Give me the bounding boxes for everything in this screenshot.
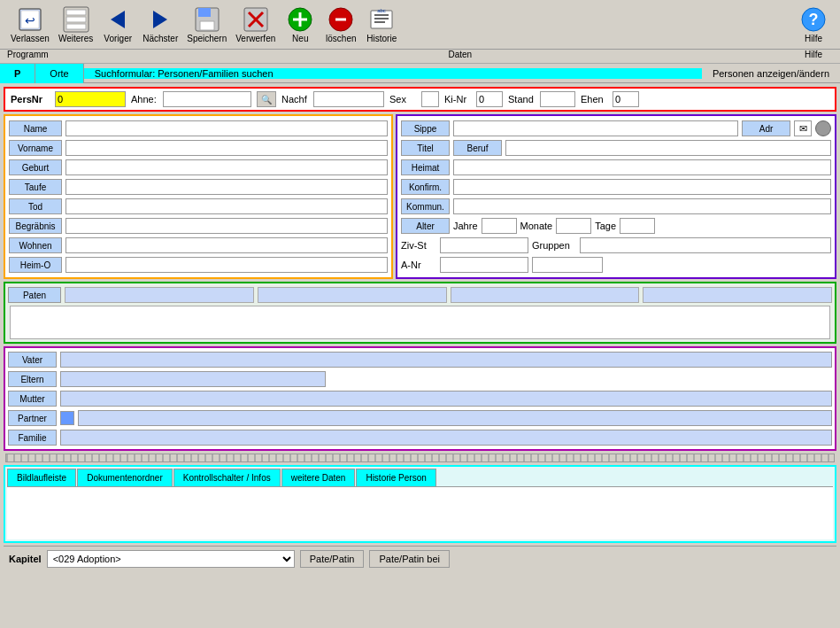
beruf-input[interactable] — [505, 140, 831, 156]
nachf-label: Nachf — [281, 94, 308, 105]
jahre-input[interactable] — [482, 218, 517, 234]
weiteres-icon — [62, 5, 90, 34]
speichern-button[interactable]: Speichern — [183, 4, 230, 45]
nav-tab-p[interactable]: P — [0, 64, 35, 83]
pate-bei-button[interactable]: Pate/Patin bei — [369, 550, 450, 568]
tab-historie-person[interactable]: Historie Person — [356, 469, 435, 486]
verwerfen-icon — [242, 5, 270, 34]
anr-input1[interactable] — [440, 257, 528, 273]
tab-bildlaufleiste[interactable]: Bildlaufleiste — [7, 469, 76, 486]
envelope-icon: ✉ — [794, 120, 812, 136]
kommun-input[interactable] — [453, 198, 831, 214]
alter-button[interactable]: Alter — [401, 218, 450, 234]
paten-field2 — [258, 287, 447, 303]
pate-button[interactable]: Pate/Patin — [300, 550, 365, 568]
neu-button[interactable]: Neu — [281, 4, 320, 45]
loschen-label: löschen — [326, 34, 356, 43]
mutter-button[interactable]: Mutter — [8, 391, 57, 407]
tab-dokumentenordner[interactable]: Dokumentenordner — [77, 469, 173, 486]
partner-button[interactable]: Partner — [8, 410, 57, 426]
stand-input[interactable] — [540, 91, 575, 107]
nachf-input[interactable] — [313, 91, 384, 107]
sex-input[interactable] — [421, 91, 439, 107]
hilfe-button[interactable]: ? Hilfe — [794, 4, 833, 45]
speichern-icon — [193, 5, 221, 34]
heim-button[interactable]: Heim-O — [9, 257, 62, 273]
tage-label: Tage — [595, 221, 616, 231]
persnr-input[interactable] — [55, 91, 126, 107]
paten-area — [10, 306, 830, 339]
voriger-button[interactable]: Voriger — [98, 4, 137, 45]
svg-marker-8 — [153, 11, 167, 28]
nav-tab-orte[interactable]: Orte — [35, 64, 83, 83]
loschen-icon — [327, 5, 355, 34]
heimat-button[interactable]: Heimat — [401, 159, 450, 175]
anr-input2[interactable] — [532, 257, 603, 273]
loschen-button[interactable]: löschen — [321, 4, 360, 45]
verlassen-label: Verlassen — [11, 34, 50, 43]
nachster-button[interactable]: Nächster — [139, 4, 181, 45]
heim-input[interactable] — [66, 257, 388, 273]
family-section: Vater Eltern Mutter Partner Familie — [4, 346, 836, 451]
nav-bar: P Orte Suchformular: Personen/Familien s… — [0, 64, 840, 83]
ahne-input[interactable] — [163, 91, 251, 107]
toolbar: ↩ Verlassen Weiteres Voriger Nächster — [0, 0, 840, 50]
ehen-label: Ehen — [581, 94, 607, 105]
wohnen-button[interactable]: Wohnen — [9, 237, 62, 253]
tod-input[interactable] — [66, 198, 388, 214]
kommun-button[interactable]: Kommun. — [401, 198, 450, 214]
vater-row: Vater — [8, 351, 832, 368]
taufe-button[interactable]: Taufe — [9, 179, 62, 195]
zivst-input[interactable] — [440, 237, 528, 253]
geburt-input[interactable] — [66, 159, 388, 175]
taufe-input[interactable] — [66, 179, 388, 195]
person-lookup-button[interactable]: 🔍 — [257, 91, 276, 107]
eltern-field — [60, 371, 326, 387]
tage-input[interactable] — [620, 218, 655, 234]
name-button[interactable]: Name — [9, 120, 62, 136]
begrabnis-button[interactable]: Begräbnis — [9, 218, 62, 234]
nav-search[interactable]: Suchformular: Personen/Familien suchen — [84, 68, 702, 79]
tod-button[interactable]: Tod — [9, 198, 62, 214]
adr-button[interactable]: Adr — [742, 120, 790, 136]
sippe-input[interactable] — [453, 120, 738, 136]
persnr-row: PersNr Ahne: 🔍 Nachf Sex Ki-Nr Stand Ehe… — [4, 87, 836, 112]
monate-input[interactable] — [556, 218, 591, 234]
kapitel-select[interactable]: <029 Adoption> — [47, 550, 295, 568]
left-panel: Name Vorname Geburt Taufe Tod Begräbnis — [4, 114, 393, 279]
heimat-row: Heimat — [401, 159, 831, 176]
gruppen-input[interactable] — [580, 237, 831, 253]
eltern-button[interactable]: Eltern — [8, 371, 57, 387]
ehen-input[interactable] — [613, 91, 639, 107]
verwerfen-button[interactable]: Verwerfen — [232, 4, 279, 45]
vorname-button[interactable]: Vorname — [9, 140, 62, 156]
konfirm-button[interactable]: Konfirm. — [401, 179, 450, 195]
mutter-field — [60, 391, 832, 407]
heimat-input[interactable] — [453, 159, 831, 175]
geburt-button[interactable]: Geburt — [9, 159, 62, 175]
wohnen-input[interactable] — [66, 237, 388, 253]
vorname-input[interactable] — [66, 140, 388, 156]
paten-button[interactable]: Paten — [8, 287, 61, 303]
vater-button[interactable]: Vater — [8, 352, 57, 368]
verlassen-button[interactable]: ↩ Verlassen — [7, 4, 53, 45]
person-form: Name Vorname Geburt Taufe Tod Begräbnis — [4, 114, 836, 279]
hilfe-label: Hilfe — [805, 34, 822, 43]
name-input[interactable] — [66, 120, 388, 136]
sippe-button[interactable]: Sippe — [401, 120, 450, 136]
weiteres-button[interactable]: Weiteres — [55, 4, 96, 45]
begrabnis-input[interactable] — [66, 218, 388, 234]
kinr-label: Ki-Nr — [444, 94, 471, 105]
historie-button[interactable]: abc Historie — [362, 4, 401, 45]
titel-button[interactable]: Titel — [401, 140, 450, 156]
konfirm-input[interactable] — [453, 179, 831, 195]
tod-row: Tod — [9, 198, 388, 215]
familie-button[interactable]: Familie — [8, 430, 57, 446]
kinr-input[interactable] — [476, 91, 503, 107]
tab-kontrollschalter[interactable]: Kontrollschalter / Infos — [173, 469, 281, 486]
hilfe-group-label: Hilfe — [794, 50, 833, 63]
beruf-button[interactable]: Beruf — [453, 140, 502, 156]
tab-weitere-daten[interactable]: weitere Daten — [281, 469, 356, 486]
partner-row: Partner — [8, 409, 832, 427]
neu-icon — [286, 5, 314, 34]
